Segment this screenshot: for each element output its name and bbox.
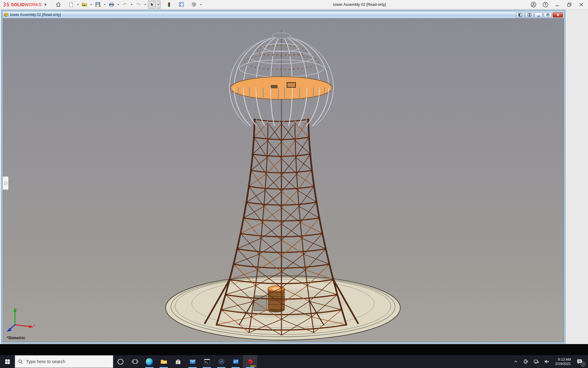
help-glyph: ? (542, 2, 548, 8)
doc-close-icon (556, 13, 560, 17)
edge-icon (146, 358, 153, 365)
screen: SOLIDWORKS (0, 0, 588, 368)
user-icon (530, 2, 537, 8)
redo-dropdown[interactable] (143, 1, 147, 9)
print-dropdown[interactable] (116, 1, 120, 9)
doc-close-button[interactable] (553, 12, 563, 17)
hexagon-app-icon (218, 358, 225, 365)
help-button[interactable]: ? (542, 2, 548, 8)
select-tool-dropdown[interactable] (157, 1, 160, 9)
triad-x-label: x (33, 323, 36, 328)
tray-chevron-button[interactable] (511, 355, 520, 368)
solidworks-app-icon (247, 358, 254, 365)
tray-volume-button[interactable] (542, 355, 552, 368)
search-icon (18, 359, 23, 364)
save-icon (95, 2, 101, 7)
close-icon (579, 2, 584, 7)
clock-time: 9:13 AM (555, 357, 571, 362)
chevron-up-icon (513, 359, 518, 364)
scene-root (3, 18, 564, 342)
taskbar-item-task-view[interactable] (128, 355, 142, 368)
minimize-button[interactable] (554, 2, 560, 8)
properties-button[interactable] (178, 1, 186, 9)
taskbar-item-edge[interactable] (142, 355, 156, 368)
app-window-title: tower Assembly 02 [Read-only] (318, 0, 401, 9)
doc-minimize-button[interactable] (534, 12, 543, 17)
minimize-icon (555, 2, 560, 7)
app-window-controls: ? (530, 0, 584, 9)
taskbar-item-store[interactable] (171, 355, 185, 368)
taskbar-search[interactable] (15, 355, 113, 368)
undo-dropdown[interactable] (130, 1, 134, 9)
restore-button[interactable] (566, 2, 572, 8)
tile-left-icon (518, 13, 522, 17)
open-icon (81, 2, 87, 7)
taskbar-item-cortana[interactable] (113, 355, 128, 368)
save-dropdown[interactable] (103, 1, 107, 9)
task-view-icon (132, 358, 138, 365)
doc-tile-center-button[interactable] (525, 12, 533, 17)
undo-button[interactable] (121, 1, 129, 9)
main-toolbar (55, 1, 203, 9)
close-button[interactable] (578, 2, 584, 8)
assembly-doc-icon (4, 12, 9, 17)
open-button[interactable] (81, 1, 89, 9)
properties-icon (179, 2, 184, 7)
store-icon (175, 358, 182, 365)
logo-flyout-arrow[interactable] (45, 3, 47, 6)
new-document-icon (68, 2, 74, 7)
model-canvas[interactable]: x y (3, 18, 564, 342)
cortana-icon (118, 359, 123, 365)
windows-logo-icon (5, 359, 10, 364)
clock-date: 2/19/2021 (555, 362, 571, 366)
taskbar-item-file-explorer[interactable] (156, 355, 171, 368)
document-window-controls (516, 12, 563, 17)
redo-icon (135, 2, 141, 7)
options-dropdown[interactable] (199, 1, 203, 9)
home-button[interactable] (55, 1, 62, 9)
taskbar-item-command-prompt[interactable] (200, 355, 214, 368)
document-titlebar[interactable]: tower Assembly 02 [Read-only] (3, 11, 564, 18)
taskbar-item-blue-window-app[interactable] (228, 355, 243, 368)
tray-meet-now-button[interactable] (521, 355, 530, 368)
taskbar-item-solidworks[interactable]: 2021 (243, 355, 257, 368)
notification-badge: 1 (581, 362, 585, 366)
solidworks-logo: SOLIDWORKS (2, 2, 47, 7)
solidworks-logo-mark (2, 2, 10, 7)
taskbar-item-hexagon-app[interactable] (214, 355, 228, 368)
home-icon (55, 2, 61, 7)
brand-prefix: SOLID (11, 2, 25, 7)
doc-tile-left-button[interactable] (516, 12, 524, 17)
doc-minimize-icon (537, 13, 541, 17)
rebuild-traffic-light-button[interactable] (165, 1, 173, 9)
traffic-light-icon (166, 2, 172, 7)
volume-muted-icon (544, 359, 550, 364)
file-explorer-icon (160, 358, 168, 365)
redo-button[interactable] (134, 1, 142, 9)
open-dropdown[interactable] (89, 1, 93, 9)
triad-y-label: y (16, 307, 18, 311)
select-tool-button[interactable] (148, 1, 156, 9)
brand-suffix: WORKS (25, 2, 42, 7)
account-button[interactable] (530, 2, 537, 8)
new-document-button[interactable] (67, 1, 75, 9)
system-tray: 9:13 AM 2/19/2021 1 (511, 355, 588, 368)
new-document-dropdown[interactable] (76, 1, 80, 9)
restore-icon (567, 2, 572, 7)
start-button[interactable] (0, 355, 15, 368)
tray-network-button[interactable] (532, 355, 541, 368)
action-center-button[interactable]: 1 (575, 355, 585, 368)
document-window: tower Assembly 02 [Read-only] (1, 10, 565, 343)
save-button[interactable] (94, 1, 102, 9)
taskbar-clock[interactable]: 9:13 AM 2/19/2021 (553, 357, 573, 366)
taskbar: 2021 (0, 355, 588, 368)
network-icon (533, 359, 539, 364)
doc-restore-button[interactable] (544, 12, 552, 17)
undo-icon (122, 2, 128, 7)
select-cursor-icon (149, 2, 155, 7)
search-input[interactable] (26, 359, 103, 364)
options-button[interactable] (190, 1, 198, 9)
feature-tree-flyout-tab[interactable] (3, 176, 9, 190)
taskbar-item-mail[interactable] (185, 355, 200, 368)
print-button[interactable] (107, 1, 115, 9)
